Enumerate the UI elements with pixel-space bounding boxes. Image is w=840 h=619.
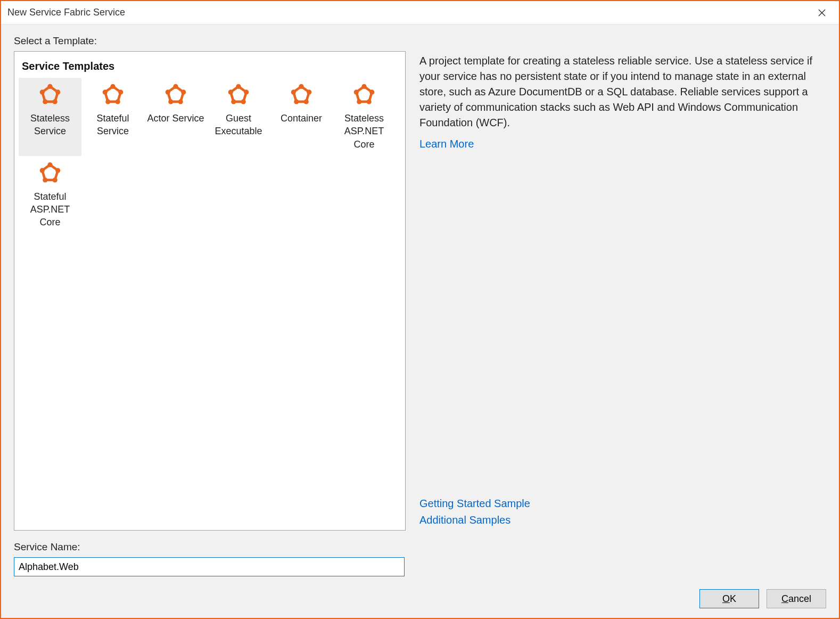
svg-point-13 — [103, 89, 108, 94]
templates-list[interactable]: Service Templates Stateless Service Stat… — [14, 51, 406, 531]
template-label: Guest Executable — [209, 112, 268, 138]
svg-point-3 — [47, 84, 52, 89]
close-icon — [818, 9, 826, 17]
svg-point-30 — [294, 99, 299, 104]
service-fabric-icon — [100, 82, 126, 108]
svg-point-39 — [47, 162, 52, 167]
getting-started-link[interactable]: Getting Started Sample — [419, 498, 826, 510]
svg-point-7 — [40, 89, 45, 94]
template-item[interactable]: Container — [270, 78, 333, 156]
svg-point-4 — [55, 89, 60, 94]
service-fabric-icon — [226, 82, 251, 108]
left-column: Select a Template: Service Templates Sta… — [14, 35, 406, 531]
template-label: Stateless Service — [21, 112, 79, 138]
learn-more-link[interactable]: Learn More — [419, 138, 826, 150]
button-row: OK Cancel — [14, 589, 826, 608]
template-item[interactable]: Stateful Service — [81, 78, 144, 156]
svg-point-15 — [173, 84, 178, 89]
service-fabric-icon — [37, 160, 63, 186]
service-name-row: Service Name: — [14, 541, 826, 576]
ok-button[interactable]: OK — [699, 589, 759, 608]
template-item[interactable]: Guest Executable — [207, 78, 270, 156]
svg-point-11 — [116, 99, 120, 104]
service-fabric-icon — [351, 82, 377, 108]
dialog-content: Select a Template: Service Templates Sta… — [1, 25, 839, 618]
template-item[interactable]: Actor Service — [144, 78, 207, 156]
svg-point-21 — [236, 84, 241, 89]
svg-point-35 — [367, 99, 372, 104]
svg-point-25 — [228, 89, 233, 94]
templates-grid: Stateless Service Stateful Service Actor… — [19, 78, 401, 234]
service-name-input[interactable] — [14, 557, 405, 576]
svg-point-42 — [43, 177, 47, 182]
additional-samples-link[interactable]: Additional Samples — [419, 514, 826, 526]
svg-point-31 — [291, 89, 296, 94]
svg-point-18 — [168, 99, 173, 104]
service-fabric-icon — [163, 82, 188, 108]
titlebar: New Service Fabric Service — [1, 1, 839, 25]
service-fabric-icon — [289, 82, 314, 108]
svg-point-41 — [53, 177, 57, 182]
service-name-label: Service Name: — [14, 541, 826, 553]
svg-point-22 — [244, 89, 249, 94]
svg-point-40 — [55, 168, 60, 173]
template-description: A project template for creating a statel… — [419, 53, 826, 131]
service-fabric-icon — [37, 82, 63, 108]
template-item[interactable]: Stateless ASP.NET Core — [333, 78, 396, 156]
svg-point-34 — [369, 89, 374, 94]
template-item[interactable]: Stateless Service — [19, 78, 81, 156]
template-label: Container — [281, 112, 322, 125]
svg-point-19 — [166, 89, 170, 94]
svg-point-24 — [231, 99, 236, 104]
svg-point-17 — [178, 99, 183, 104]
svg-point-6 — [43, 99, 47, 104]
svg-point-12 — [105, 99, 110, 104]
dialog-window: New Service Fabric Service Select a Temp… — [1, 1, 839, 618]
template-label: Stateful Service — [84, 112, 142, 138]
svg-point-5 — [53, 99, 57, 104]
templates-heading: Service Templates — [22, 60, 401, 72]
svg-point-9 — [110, 84, 115, 89]
svg-point-28 — [307, 89, 311, 94]
svg-point-10 — [118, 89, 123, 94]
window-title: New Service Fabric Service — [7, 7, 125, 18]
template-item[interactable]: Stateful ASP.NET Core — [19, 156, 81, 234]
template-label: Stateful ASP.NET Core — [21, 190, 79, 229]
close-button[interactable] — [811, 2, 833, 23]
upper-row: Select a Template: Service Templates Sta… — [14, 35, 826, 531]
select-template-label: Select a Template: — [14, 35, 406, 47]
svg-point-16 — [181, 89, 186, 94]
svg-point-33 — [361, 84, 366, 89]
svg-point-29 — [304, 99, 309, 104]
svg-point-23 — [241, 99, 246, 104]
svg-point-36 — [357, 99, 361, 104]
svg-point-37 — [354, 89, 359, 94]
right-column: A project template for creating a statel… — [419, 35, 826, 531]
svg-point-43 — [40, 168, 45, 173]
cancel-button[interactable]: Cancel — [767, 589, 826, 608]
template-label: Stateless ASP.NET Core — [335, 112, 393, 151]
template-label: Actor Service — [147, 112, 204, 125]
svg-point-27 — [299, 84, 303, 89]
